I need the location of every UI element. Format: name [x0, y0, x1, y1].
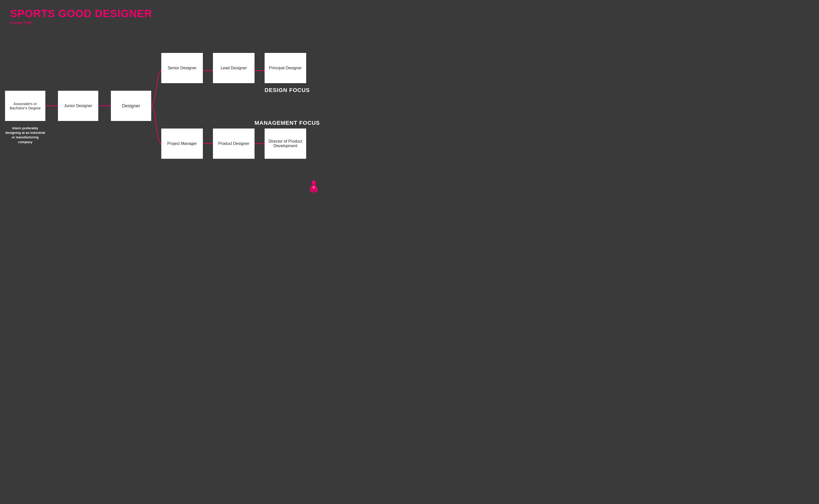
management-focus-label: MANAGEMENT FOCUS — [255, 120, 320, 126]
box-degree: Associate's or Bachelor's Degree — [5, 91, 45, 121]
box-principal-designer: Principal Designer — [265, 53, 306, 83]
design-focus-label: DESIGN FOCUS — [265, 87, 310, 93]
main-title: SPORTS GOOD DESIGNER — [10, 8, 152, 20]
logo-icon: G — [307, 180, 320, 195]
page-header: SPORTS GOOD DESIGNER Career Path — [10, 8, 152, 25]
box-lead-designer: Lead Designer — [213, 53, 255, 83]
sub-title: Career Path — [10, 21, 152, 25]
box-junior-designer: Junior Designer — [58, 91, 98, 121]
svg-text:G: G — [313, 186, 315, 189]
box-designer: Designer — [111, 91, 151, 121]
brand-logo: G — [307, 180, 320, 195]
career-diagram: Associate's or Bachelor's Degree Junior … — [0, 33, 328, 202]
intern-note: Intern preferably designing at an indust… — [5, 126, 45, 144]
svg-point-14 — [312, 180, 316, 185]
box-product-designer: Product Designer — [213, 129, 255, 159]
box-director: Director of Product Development — [265, 129, 306, 159]
box-senior-designer: Senior Designer — [161, 53, 203, 83]
box-project-manager: Project Manager — [161, 129, 203, 159]
